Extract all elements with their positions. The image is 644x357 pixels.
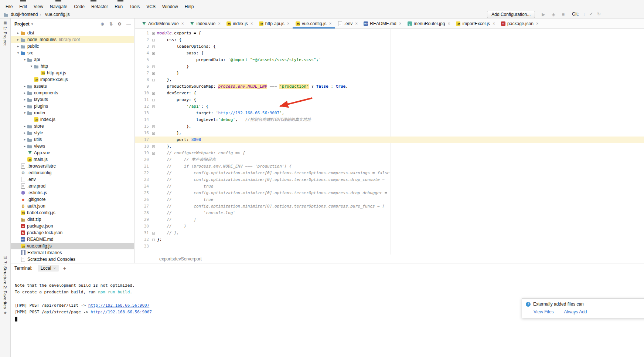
stripe-structure-button[interactable]: ▤ 7: Structure: [0, 255, 10, 284]
tree-item-dist-zip[interactable]: dist.zip: [11, 216, 134, 223]
close-terminal-tab-icon[interactable]: ×: [53, 266, 55, 270]
menu-vcs[interactable]: VCS: [143, 3, 159, 10]
code-line-20[interactable]: 20 // // 生产去除日志: [135, 156, 644, 163]
code-line-16[interactable]: 16 },: [135, 130, 644, 137]
settings-gear-icon[interactable]: ⚙: [117, 21, 122, 27]
locate-file-icon[interactable]: ⊕: [100, 21, 104, 27]
code-line-14[interactable]: 14 logLevel:'debug', //控制台终端打印代理前的真实地址: [135, 117, 644, 123]
stop-button[interactable]: ■: [562, 12, 565, 17]
menu-tools[interactable]: Tools: [126, 3, 143, 10]
tree-item-http[interactable]: ▾http: [11, 63, 134, 70]
editor-tab-index-vue[interactable]: index.vue×: [187, 18, 224, 28]
chevron-collapsed-icon[interactable]: ▸: [22, 91, 27, 95]
tree-item-components[interactable]: ▸components: [11, 90, 134, 96]
tree-item-auth-json[interactable]: {}auth.json: [11, 203, 134, 209]
code-line-33[interactable]: 33: [135, 243, 644, 250]
chevron-collapsed-icon[interactable]: ▸: [16, 31, 21, 35]
chevron-collapsed-icon[interactable]: ▸: [22, 124, 27, 128]
tree-item-babel-config-js[interactable]: JSbabel.config.js: [11, 209, 134, 216]
add-configuration-button[interactable]: Add Configuration...: [487, 11, 535, 18]
editor-tab-package-json[interactable]: npackage.json×: [498, 18, 542, 28]
fold-marker-icon[interactable]: [152, 105, 155, 108]
terminal-url-link[interactable]: http://192.168.66.56:9007: [88, 303, 150, 308]
code-line-1[interactable]: 1module.exports = {: [135, 30, 644, 37]
code-line-23[interactable]: 23 // config.optimization.minimizer[0].o…: [135, 176, 644, 183]
close-tab-icon[interactable]: ×: [493, 21, 495, 26]
project-panel-title[interactable]: Project: [14, 21, 30, 27]
git-rollback-icon[interactable]: ↻: [597, 11, 601, 17]
code-line-24[interactable]: 24 // true: [135, 183, 644, 190]
tree-item-views[interactable]: ▸views: [11, 143, 134, 149]
debug-button[interactable]: ◈: [552, 12, 555, 17]
menu-window[interactable]: Window: [159, 3, 181, 10]
tree-item-readme-md[interactable]: MDREADME.md: [11, 236, 134, 243]
fold-marker-icon[interactable]: [152, 32, 155, 35]
tree-item-index-js[interactable]: JSindex.js: [11, 116, 134, 123]
code-line-9[interactable]: 9 productionSourceMap: process.env.NODE_…: [135, 83, 644, 90]
breadcrumb-port[interactable]: port: [194, 256, 202, 262]
chevron-expanded-icon[interactable]: ▾: [29, 64, 34, 68]
code-editor[interactable]: 1module.exports = {2 css: {3 loaderOptio…: [135, 29, 644, 255]
chevron-collapsed-icon[interactable]: ▸: [22, 84, 27, 88]
tree-item-vue-config-js[interactable]: JSvue.config.js: [11, 243, 134, 249]
breadcrumb-file[interactable]: vue.config.js: [45, 12, 70, 17]
new-terminal-icon[interactable]: +: [63, 265, 66, 271]
tree-item-eslintrc-js[interactable]: .eslintrc.js: [11, 189, 134, 196]
code-line-2[interactable]: 2 css: {: [135, 37, 644, 43]
git-commit-icon[interactable]: ✔: [589, 11, 593, 17]
menu-code[interactable]: Code: [71, 3, 88, 10]
tree-item-gitignore[interactable]: ◆.gitignore: [11, 196, 134, 203]
code-line-17[interactable]: 17 port: 8008: [135, 137, 644, 143]
fold-marker-icon[interactable]: [152, 145, 155, 148]
fold-marker-icon[interactable]: [152, 72, 155, 75]
menu-file[interactable]: File: [2, 3, 16, 10]
code-line-27[interactable]: 27 // config.optimization.minimizer[0].o…: [135, 203, 644, 210]
fold-marker-icon[interactable]: [152, 52, 155, 55]
editor-tab-readme-md[interactable]: MDREADME.md×: [361, 18, 404, 28]
tree-item-public[interactable]: ▸public: [11, 43, 134, 50]
editor-tab-vue-config-js[interactable]: JSvue.config.js×: [293, 18, 335, 28]
close-tab-icon[interactable]: ×: [447, 21, 450, 26]
code-line-21[interactable]: 21 // if (process.env.NODE_ENV === 'prod…: [135, 163, 644, 170]
close-tab-icon[interactable]: ×: [181, 21, 184, 26]
fold-marker-icon[interactable]: [152, 39, 155, 41]
code-line-5[interactable]: 5 prependData: `@import "~@/assets/scss/…: [135, 57, 644, 63]
code-line-26[interactable]: 26 // true: [135, 196, 644, 203]
chevron-expanded-icon[interactable]: ▾: [22, 58, 27, 61]
tree-item-external-libraries[interactable]: External Libraries: [11, 249, 134, 256]
code-line-7[interactable]: 7 }: [135, 70, 644, 77]
code-line-6[interactable]: 6 }: [135, 63, 644, 70]
fold-marker-icon[interactable]: [152, 92, 155, 95]
chevron-expanded-icon[interactable]: ▾: [22, 111, 27, 115]
code-line-8[interactable]: 8 },: [135, 77, 644, 83]
close-tab-icon[interactable]: ×: [251, 21, 253, 26]
tree-item-scratches-and-consoles[interactable]: Scratches and Consoles: [11, 256, 134, 263]
close-tab-icon[interactable]: ×: [399, 21, 402, 26]
code-line-15[interactable]: 15 },: [135, 123, 644, 130]
code-line-10[interactable]: 10 devServer: {: [135, 90, 644, 97]
code-line-32[interactable]: 32};: [135, 236, 644, 243]
tree-item-api[interactable]: ▾api: [11, 56, 134, 63]
chevron-collapsed-icon[interactable]: ▸: [16, 44, 21, 48]
menu-help[interactable]: Help: [181, 3, 197, 10]
tree-item-env[interactable]: .env: [11, 176, 134, 183]
close-tab-icon[interactable]: ×: [355, 21, 358, 26]
collapse-all-icon[interactable]: ⇅: [109, 21, 113, 27]
fold-marker-icon[interactable]: [152, 99, 155, 101]
breadcrumb-project[interactable]: duoji-frontend: [11, 12, 38, 17]
chevron-collapsed-icon[interactable]: ▸: [22, 138, 27, 141]
breadcrumb-devserver[interactable]: devServer: [174, 256, 194, 262]
fold-marker-icon[interactable]: [152, 65, 155, 68]
stripe-project-button[interactable]: ▦ 1: Project: [0, 21, 10, 46]
tree-item-browserslistrc[interactable]: .browserslistrc: [11, 163, 134, 169]
tree-item-src[interactable]: ▾src: [11, 50, 134, 56]
code-line-30[interactable]: 30 // }: [135, 223, 644, 230]
menu-run[interactable]: Run: [111, 3, 126, 10]
close-tab-icon[interactable]: ×: [329, 21, 332, 26]
chevron-collapsed-icon[interactable]: ▸: [22, 104, 27, 108]
chevron-collapsed-icon[interactable]: ▸: [22, 144, 27, 148]
editor-tab-asidemenu-vue[interactable]: AsideMenu.vue×: [139, 18, 187, 28]
editor-tab-index-js[interactable]: JSindex.js×: [224, 18, 256, 28]
code-line-25[interactable]: 25 // config.optimization.minimizer[0].o…: [135, 190, 644, 196]
git-update-icon[interactable]: ↓: [583, 11, 585, 17]
